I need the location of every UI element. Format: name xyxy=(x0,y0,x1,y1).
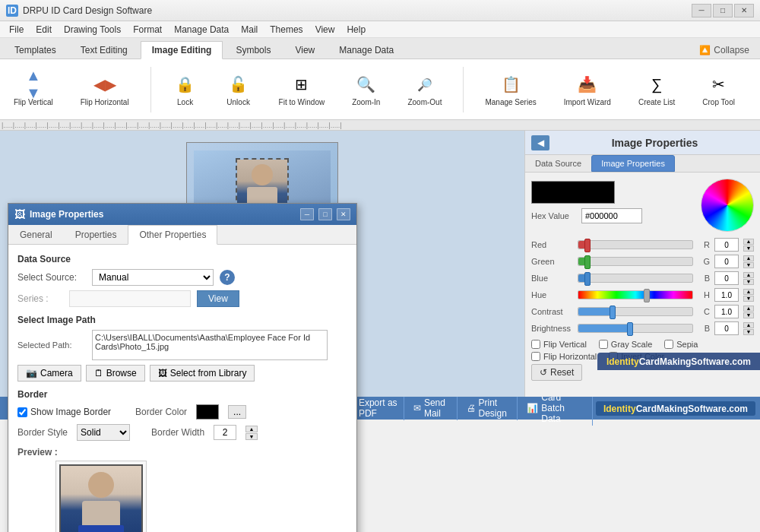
tab-manage-data[interactable]: Manage Data xyxy=(328,41,405,59)
ribbon-btn-flip-vertical[interactable]: ▲▼ Flip Vertical xyxy=(8,69,59,109)
border-width-up[interactable]: ▲ xyxy=(245,426,258,432)
color-wheel[interactable] xyxy=(701,179,754,232)
send-mail-icon: ✉ xyxy=(413,403,421,413)
menu-themes[interactable]: Themes xyxy=(264,23,309,36)
source-select[interactable]: Manual Database CSV xyxy=(92,269,214,286)
slider-green-up[interactable]: ▲ xyxy=(743,255,754,261)
checkbox-flip-vertical[interactable]: Flip Vertical xyxy=(531,340,587,349)
color-swatch-large[interactable] xyxy=(531,181,615,204)
series-row: Series : View xyxy=(17,290,347,307)
slider-red-up[interactable]: ▲ xyxy=(743,239,754,245)
ribbon-btn-create-list[interactable]: ∑ Create List xyxy=(632,69,681,109)
series-input[interactable] xyxy=(69,290,191,307)
status-btn-send-mail[interactable]: ✉ Send Mail xyxy=(407,396,458,420)
tab-templates[interactable]: Templates xyxy=(3,41,68,59)
modal-minimize-button[interactable]: ─ xyxy=(300,208,314,220)
slider-hue-down[interactable]: ▼ xyxy=(743,296,754,302)
slider-contrast-down[interactable]: ▼ xyxy=(743,312,754,318)
slider-brightness-down[interactable]: ▼ xyxy=(743,329,754,335)
panel-tab-imageprops[interactable]: Image Properties xyxy=(591,155,675,172)
ribbon-btn-zoom-in[interactable]: 🔍 Zoom-In xyxy=(346,69,386,109)
slider-hue-label: Hue xyxy=(531,290,573,299)
menu-help[interactable]: Help xyxy=(340,23,372,36)
modal-tab-properties[interactable]: Properties xyxy=(64,225,128,245)
path-textarea[interactable]: C:\Users\IBALL\Documents\Aastha\Employee… xyxy=(92,330,328,360)
ribbon-btn-manage-series[interactable]: 📋 Manage Series xyxy=(479,69,542,109)
border-color-swatch[interactable] xyxy=(196,404,219,420)
ribbon-btn-crop-tool[interactable]: ✂ Crop Tool xyxy=(696,69,741,109)
lock-icon: 🔒 xyxy=(173,72,198,97)
slider-red-input[interactable] xyxy=(714,238,739,252)
slider-green-track[interactable] xyxy=(578,257,693,266)
slider-hue-input[interactable] xyxy=(714,288,739,302)
modal-title-text: Image Properties xyxy=(30,209,296,220)
border-width-down[interactable]: ▼ xyxy=(245,433,258,440)
panel-tab-datasource[interactable]: Data Source xyxy=(525,155,591,172)
border-more-button[interactable]: ... xyxy=(228,405,246,419)
ribbon-btn-zoom-out[interactable]: 🔎 Zoom-Out xyxy=(401,69,448,109)
ribbon-btn-flip-horizontal[interactable]: ◀▶ Flip Horizontal xyxy=(74,69,135,109)
checkbox-grayscale[interactable]: Gray Scale xyxy=(599,340,652,349)
slider-blue-down[interactable]: ▼ xyxy=(743,279,754,285)
border-width-input[interactable] xyxy=(214,425,236,440)
menu-format[interactable]: Format xyxy=(127,23,168,36)
show-border-checkbox[interactable]: Show Image Border xyxy=(17,407,111,417)
slider-red-track[interactable] xyxy=(578,240,693,249)
series-label: Series : xyxy=(17,293,63,304)
slider-green-down[interactable]: ▼ xyxy=(743,262,754,268)
slider-contrast-input[interactable] xyxy=(714,305,739,318)
browse-button[interactable]: 🗒 Browse xyxy=(86,365,145,382)
slider-blue-up[interactable]: ▲ xyxy=(743,272,754,278)
menu-drawing-tools[interactable]: Drawing Tools xyxy=(58,23,127,36)
ribbon-btn-fit-window[interactable]: ⊞ Fit to Window xyxy=(273,69,331,109)
select-library-button[interactable]: 🖼 Select from Library xyxy=(150,365,255,382)
border-row-1: Show Image Border Border Color ... xyxy=(17,404,347,420)
close-button[interactable]: ✕ xyxy=(734,4,754,17)
tab-view[interactable]: View xyxy=(283,41,326,59)
border-style-select[interactable]: Solid Dashed Dotted xyxy=(77,424,130,441)
menu-manage-data[interactable]: Manage Data xyxy=(168,23,235,36)
maximize-button[interactable]: □ xyxy=(713,4,733,17)
menu-file[interactable]: File xyxy=(3,23,30,36)
slider-brightness-up[interactable]: ▲ xyxy=(743,322,754,328)
reset-button[interactable]: ↺ Reset xyxy=(531,364,582,381)
ribbon-btn-unlock[interactable]: 🔓 Unlock xyxy=(220,69,258,109)
tab-image-editing[interactable]: Image Editing xyxy=(141,41,223,59)
menu-mail[interactable]: Mail xyxy=(235,23,264,36)
brand-text: IdentityCardMakingSoftware.com xyxy=(606,356,751,367)
menu-view[interactable]: View xyxy=(309,23,341,36)
slider-brightness-input[interactable] xyxy=(714,321,739,335)
camera-button[interactable]: 📷 Camera xyxy=(17,365,81,382)
slider-contrast-up[interactable]: ▲ xyxy=(743,306,754,312)
panel-back-button[interactable]: ◀ xyxy=(531,135,549,150)
slider-green-input[interactable] xyxy=(714,255,739,268)
view-button[interactable]: View xyxy=(197,290,239,307)
slider-hue-track[interactable] xyxy=(578,290,693,299)
slider-blue-track[interactable] xyxy=(578,274,693,283)
tab-text-editing[interactable]: Text Editing xyxy=(69,41,139,59)
slider-red-down[interactable]: ▼ xyxy=(743,245,754,252)
collapse-button[interactable]: 🔼 Collapse xyxy=(692,42,757,59)
modal-restore-button[interactable]: □ xyxy=(318,208,332,220)
ribbon-btn-import-wizard[interactable]: 📥 Import Wizard xyxy=(558,69,617,109)
menu-edit[interactable]: Edit xyxy=(30,23,58,36)
checkbox-sepia[interactable]: Sepia xyxy=(664,340,698,349)
slider-hue-up[interactable]: ▲ xyxy=(743,289,754,295)
minimize-button[interactable]: ─ xyxy=(692,4,711,17)
slider-blue-input[interactable] xyxy=(714,271,739,285)
image-path-title: Select Image Path xyxy=(17,315,347,325)
slider-blue-label: Blue xyxy=(531,274,573,283)
slider-brightness-track[interactable] xyxy=(578,324,693,333)
ribbon-btn-lock[interactable]: 🔒 Lock xyxy=(166,69,204,109)
help-button[interactable]: ? xyxy=(220,270,235,285)
brand-status: IdentityCardMakingSoftware.com xyxy=(596,401,755,416)
slider-contrast-track[interactable] xyxy=(578,307,693,316)
status-btn-print-design[interactable]: 🖨 Print Design xyxy=(461,396,518,420)
modal-close-button[interactable]: ✕ xyxy=(337,208,350,220)
modal-tab-general[interactable]: General xyxy=(8,225,64,245)
hex-input[interactable] xyxy=(581,208,642,223)
modal-tab-other-properties[interactable]: Other Properties xyxy=(128,225,217,245)
slider-hue-arrows: ▲ ▼ xyxy=(743,289,754,302)
tab-symbols[interactable]: Symbols xyxy=(224,41,282,59)
checkbox-flip-horizontal[interactable]: Flip Horizontal xyxy=(531,352,597,361)
